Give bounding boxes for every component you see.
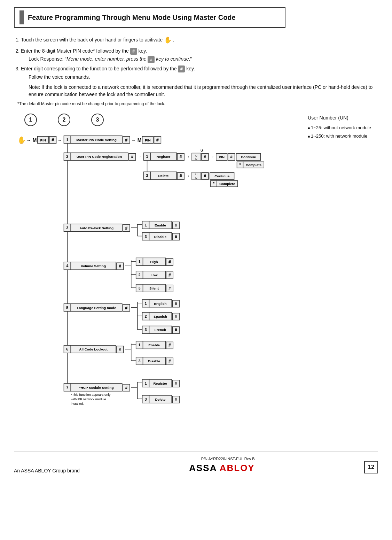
arrow-del: → xyxy=(186,173,190,178)
num-sp-text: 2 xyxy=(145,314,147,318)
hash-text-4: # xyxy=(131,155,133,160)
step-3: Enter digit corresponding to the functio… xyxy=(21,65,378,98)
hcp-footnote-3: installed. xyxy=(71,402,84,406)
hash-text-1: # xyxy=(52,138,54,142)
arrow-1: → xyxy=(26,138,31,143)
hash-key-icon: # xyxy=(130,48,137,55)
footer-brand: ASSA ABLOY xyxy=(189,463,255,473)
un-n-sub: N xyxy=(195,158,197,161)
un-bullet-1: 1~25: without network module xyxy=(308,124,371,132)
lang-text: Language Setting mode xyxy=(77,306,116,310)
hash-del-text: # xyxy=(204,173,206,178)
step-circle-1: 1 xyxy=(24,114,37,126)
high-text: High xyxy=(150,260,158,264)
hash-text-7: # xyxy=(230,155,233,160)
hash-lock-dis-text: # xyxy=(168,359,171,364)
hash-en-lang-text: # xyxy=(175,301,177,306)
un-del-u: U xyxy=(195,173,197,176)
step-circle-3: 3 xyxy=(91,114,104,126)
step-2: Enter the 8-digit Master PIN code* follo… xyxy=(21,47,378,64)
continue-text-1: Continue xyxy=(241,155,256,159)
hash-silent-text: # xyxy=(168,286,171,291)
hash-dis-1-text: # xyxy=(175,234,177,239)
instructions: Touch the screen with the back of your h… xyxy=(14,35,378,107)
user-pin-text: User PIN Code Registration xyxy=(77,155,122,159)
footer-left: An ASSA ABLOY Group brand xyxy=(14,468,80,473)
complete-text-1: Complete xyxy=(246,163,262,167)
pin-text-2: PIN xyxy=(145,138,151,142)
hash-high-text: # xyxy=(168,260,171,264)
hash-hcp-text: # xyxy=(125,385,127,390)
num-fr-text: 3 xyxy=(145,328,147,332)
hash-vol-text: # xyxy=(119,264,121,269)
hcp-reg-text: Register xyxy=(153,381,167,385)
complete-del-text: Complete xyxy=(219,182,235,186)
french-text: French xyxy=(155,328,166,332)
hash-text-5: # xyxy=(180,155,182,160)
hcp-text: *HCP Module Setting xyxy=(79,386,114,389)
hcp-footnote-2: with RF network module xyxy=(70,397,106,401)
num-4-text: 4 xyxy=(66,264,69,268)
hash-3-text: # xyxy=(125,226,127,231)
num-lock-en-text: 1 xyxy=(139,343,141,347)
arrow-5: → xyxy=(186,154,190,160)
user-number-info: User Number (UN) 1~25: without network m… xyxy=(308,114,371,140)
header-accent xyxy=(19,10,24,24)
u-super: U xyxy=(201,149,203,153)
diagram-area: 1 2 3 User Number (UN) 1~25: without net… xyxy=(14,114,378,444)
num-hcp-del-text: 3 xyxy=(145,397,147,401)
note-block: Note: If the lock is connected to a netw… xyxy=(29,84,378,98)
arrow-2: → xyxy=(58,138,62,143)
disable-lock-text: Disable xyxy=(148,359,160,363)
user-number-title: User Number (UN) xyxy=(308,114,371,122)
hand-icon-svg: ✋ xyxy=(17,136,26,144)
spanish-text: Spanish xyxy=(154,315,167,318)
footer-pn: P/N AYRD220-INST-FUL Rev B xyxy=(201,456,255,461)
hash-fr-text: # xyxy=(175,328,177,333)
register-text: Register xyxy=(156,155,170,159)
num-1-text: 1 xyxy=(66,138,68,142)
silent-text: Silent xyxy=(149,286,159,290)
pin-text-1: PIN xyxy=(40,138,46,142)
num-5-text: 5 xyxy=(66,306,68,310)
auto-relock-text: Auto Re-lock Setting xyxy=(79,226,113,230)
hash-low-text: # xyxy=(168,273,171,278)
hand-icon: ✋ xyxy=(164,35,172,46)
hash-text-3: # xyxy=(156,138,159,142)
enable-text-1: Enable xyxy=(155,223,166,227)
num-high-text: 1 xyxy=(139,260,141,264)
english-text: English xyxy=(154,302,166,306)
hcp-footnote-1: *This function appears only xyxy=(71,393,110,396)
continue-del-text: Continue xyxy=(214,174,230,178)
num-dis-text: 3 xyxy=(145,234,147,239)
un-bullet-2: 1~250: with network module xyxy=(308,132,371,140)
page-number-box: 12 xyxy=(364,461,378,473)
num-2-text: 2 xyxy=(66,155,68,159)
num-en-text: 1 xyxy=(145,223,147,227)
hash-hcp-del-text: # xyxy=(175,397,177,402)
asterisk-del-text: * xyxy=(213,181,214,186)
arrow-6: → xyxy=(210,154,214,160)
hash-key-icon3: # xyxy=(178,65,185,72)
delete-text: Delete xyxy=(158,174,168,178)
arrow-3: → xyxy=(131,138,136,143)
num-reg-text: 1 xyxy=(146,155,148,159)
num-del-text: 3 xyxy=(146,173,148,178)
flow-diagram: ✋ → M PIN # → 1 Master PIN Code Setting … xyxy=(14,130,378,443)
hash-text-del: # xyxy=(180,173,182,178)
page-title: Feature Programming Through Menu Mode Us… xyxy=(28,14,236,22)
m-label-2: M xyxy=(138,137,142,143)
num-7-text: 7 xyxy=(66,385,68,389)
page-container: Feature Programming Through Menu Mode Us… xyxy=(0,0,392,480)
hash-lock-en-text: # xyxy=(168,343,171,348)
num-3-text: 3 xyxy=(66,226,68,230)
arrow-4: → xyxy=(137,154,142,160)
un-n-text: U xyxy=(195,155,197,158)
disable-text-1: Disable xyxy=(154,235,167,239)
num-6-text: 6 xyxy=(66,347,68,351)
footnote-note: *The default Master pin code must be cha… xyxy=(17,100,378,107)
num-en-lang-text: 1 xyxy=(145,301,147,306)
pin-text-3: PIN xyxy=(219,155,225,159)
hash-en-1-text: # xyxy=(175,223,177,228)
low-text: Low xyxy=(151,273,158,277)
